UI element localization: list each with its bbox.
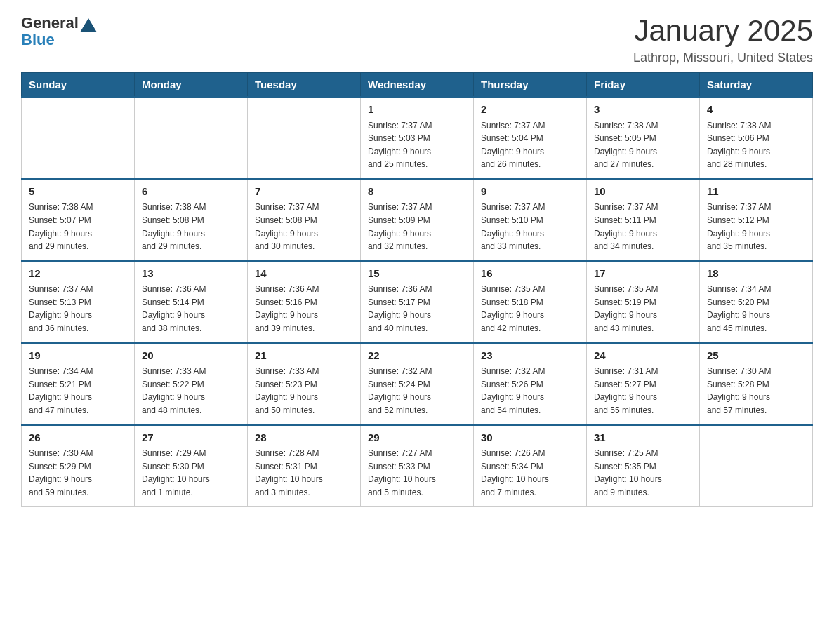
day-info: Sunrise: 7:26 AM Sunset: 5:34 PM Dayligh…: [481, 447, 579, 499]
day-number: 24: [594, 348, 692, 364]
day-number: 3: [594, 102, 692, 118]
day-number: 10: [594, 184, 692, 200]
day-number: 9: [481, 184, 579, 200]
day-info: Sunrise: 7:38 AM Sunset: 5:05 PM Dayligh…: [594, 119, 692, 171]
title-section: January 2025 Lathrop, Missouri, United S…: [633, 14, 813, 65]
calendar-cell: 7Sunrise: 7:37 AM Sunset: 5:08 PM Daylig…: [248, 179, 361, 261]
calendar-cell: [135, 97, 248, 179]
calendar-week-row: 19Sunrise: 7:34 AM Sunset: 5:21 PM Dayli…: [22, 343, 813, 425]
day-info: Sunrise: 7:30 AM Sunset: 5:29 PM Dayligh…: [29, 447, 127, 499]
calendar-cell: 11Sunrise: 7:37 AM Sunset: 5:12 PM Dayli…: [700, 179, 813, 261]
day-number: 7: [255, 184, 353, 200]
logo-blue: Blue: [21, 31, 97, 49]
calendar-cell: 21Sunrise: 7:33 AM Sunset: 5:23 PM Dayli…: [248, 343, 361, 425]
day-number: 15: [368, 266, 466, 282]
day-info: Sunrise: 7:27 AM Sunset: 5:33 PM Dayligh…: [368, 447, 466, 499]
day-header-friday: Friday: [587, 73, 700, 98]
day-number: 12: [29, 266, 127, 282]
calendar-cell: 28Sunrise: 7:28 AM Sunset: 5:31 PM Dayli…: [248, 425, 361, 507]
calendar-cell: 16Sunrise: 7:35 AM Sunset: 5:18 PM Dayli…: [474, 261, 587, 343]
calendar-cell: 20Sunrise: 7:33 AM Sunset: 5:22 PM Dayli…: [135, 343, 248, 425]
calendar-cell: 27Sunrise: 7:29 AM Sunset: 5:30 PM Dayli…: [135, 425, 248, 507]
day-info: Sunrise: 7:37 AM Sunset: 5:03 PM Dayligh…: [368, 119, 466, 171]
calendar-cell: 31Sunrise: 7:25 AM Sunset: 5:35 PM Dayli…: [587, 425, 700, 507]
calendar-table: SundayMondayTuesdayWednesdayThursdayFrid…: [21, 72, 813, 507]
day-number: 21: [255, 348, 353, 364]
day-number: 4: [707, 102, 805, 118]
calendar-week-row: 5Sunrise: 7:38 AM Sunset: 5:07 PM Daylig…: [22, 179, 813, 261]
day-info: Sunrise: 7:35 AM Sunset: 5:19 PM Dayligh…: [594, 283, 692, 335]
page-title: January 2025: [633, 14, 813, 48]
day-number: 22: [368, 348, 466, 364]
calendar-cell: [248, 97, 361, 179]
day-number: 11: [707, 184, 805, 200]
day-number: 26: [29, 430, 127, 446]
day-number: 23: [481, 348, 579, 364]
calendar-cell: 10Sunrise: 7:37 AM Sunset: 5:11 PM Dayli…: [587, 179, 700, 261]
day-number: 2: [481, 102, 579, 118]
day-info: Sunrise: 7:37 AM Sunset: 5:04 PM Dayligh…: [481, 119, 579, 171]
day-info: Sunrise: 7:30 AM Sunset: 5:28 PM Dayligh…: [707, 365, 805, 417]
calendar-cell: 26Sunrise: 7:30 AM Sunset: 5:29 PM Dayli…: [22, 425, 135, 507]
day-info: Sunrise: 7:33 AM Sunset: 5:22 PM Dayligh…: [142, 365, 240, 417]
calendar-cell: [22, 97, 135, 179]
day-number: 18: [707, 266, 805, 282]
calendar-cell: 13Sunrise: 7:36 AM Sunset: 5:14 PM Dayli…: [135, 261, 248, 343]
day-info: Sunrise: 7:38 AM Sunset: 5:07 PM Dayligh…: [29, 201, 127, 253]
calendar-cell: 1Sunrise: 7:37 AM Sunset: 5:03 PM Daylig…: [361, 97, 474, 179]
day-number: 25: [707, 348, 805, 364]
day-info: Sunrise: 7:37 AM Sunset: 5:10 PM Dayligh…: [481, 201, 579, 253]
day-header-saturday: Saturday: [700, 73, 813, 98]
day-info: Sunrise: 7:37 AM Sunset: 5:11 PM Dayligh…: [594, 201, 692, 253]
calendar-cell: 15Sunrise: 7:36 AM Sunset: 5:17 PM Dayli…: [361, 261, 474, 343]
day-info: Sunrise: 7:37 AM Sunset: 5:09 PM Dayligh…: [368, 201, 466, 253]
day-info: Sunrise: 7:38 AM Sunset: 5:06 PM Dayligh…: [707, 119, 805, 171]
day-info: Sunrise: 7:33 AM Sunset: 5:23 PM Dayligh…: [255, 365, 353, 417]
calendar-week-row: 26Sunrise: 7:30 AM Sunset: 5:29 PM Dayli…: [22, 425, 813, 507]
day-info: Sunrise: 7:28 AM Sunset: 5:31 PM Dayligh…: [255, 447, 353, 499]
day-info: Sunrise: 7:34 AM Sunset: 5:21 PM Dayligh…: [29, 365, 127, 417]
calendar-header-row: SundayMondayTuesdayWednesdayThursdayFrid…: [22, 73, 813, 98]
day-number: 13: [142, 266, 240, 282]
day-number: 20: [142, 348, 240, 364]
calendar-cell: 17Sunrise: 7:35 AM Sunset: 5:19 PM Dayli…: [587, 261, 700, 343]
day-header-thursday: Thursday: [474, 73, 587, 98]
calendar-cell: 22Sunrise: 7:32 AM Sunset: 5:24 PM Dayli…: [361, 343, 474, 425]
day-header-tuesday: Tuesday: [248, 73, 361, 98]
day-number: 16: [481, 266, 579, 282]
calendar-cell: 25Sunrise: 7:30 AM Sunset: 5:28 PM Dayli…: [700, 343, 813, 425]
day-number: 30: [481, 430, 579, 446]
day-header-sunday: Sunday: [22, 73, 135, 98]
day-header-wednesday: Wednesday: [361, 73, 474, 98]
logo-general: General: [21, 14, 79, 32]
day-number: 14: [255, 266, 353, 282]
calendar-cell: 4Sunrise: 7:38 AM Sunset: 5:06 PM Daylig…: [700, 97, 813, 179]
calendar-week-row: 12Sunrise: 7:37 AM Sunset: 5:13 PM Dayli…: [22, 261, 813, 343]
logo: General Blue: [21, 14, 97, 49]
day-number: 19: [29, 348, 127, 364]
day-info: Sunrise: 7:32 AM Sunset: 5:24 PM Dayligh…: [368, 365, 466, 417]
day-info: Sunrise: 7:38 AM Sunset: 5:08 PM Dayligh…: [142, 201, 240, 253]
day-number: 5: [29, 184, 127, 200]
day-info: Sunrise: 7:36 AM Sunset: 5:16 PM Dayligh…: [255, 283, 353, 335]
page-subtitle: Lathrop, Missouri, United States: [633, 51, 813, 65]
day-info: Sunrise: 7:35 AM Sunset: 5:18 PM Dayligh…: [481, 283, 579, 335]
day-info: Sunrise: 7:36 AM Sunset: 5:14 PM Dayligh…: [142, 283, 240, 335]
calendar-week-row: 1Sunrise: 7:37 AM Sunset: 5:03 PM Daylig…: [22, 97, 813, 179]
day-info: Sunrise: 7:36 AM Sunset: 5:17 PM Dayligh…: [368, 283, 466, 335]
calendar-cell: 8Sunrise: 7:37 AM Sunset: 5:09 PM Daylig…: [361, 179, 474, 261]
calendar-cell: 29Sunrise: 7:27 AM Sunset: 5:33 PM Dayli…: [361, 425, 474, 507]
day-number: 31: [594, 430, 692, 446]
day-info: Sunrise: 7:34 AM Sunset: 5:20 PM Dayligh…: [707, 283, 805, 335]
calendar-cell: 2Sunrise: 7:37 AM Sunset: 5:04 PM Daylig…: [474, 97, 587, 179]
day-number: 17: [594, 266, 692, 282]
calendar-cell: 24Sunrise: 7:31 AM Sunset: 5:27 PM Dayli…: [587, 343, 700, 425]
calendar-cell: 12Sunrise: 7:37 AM Sunset: 5:13 PM Dayli…: [22, 261, 135, 343]
day-info: Sunrise: 7:29 AM Sunset: 5:30 PM Dayligh…: [142, 447, 240, 499]
calendar-cell: [700, 425, 813, 507]
page-header: General Blue January 2025 Lathrop, Misso…: [21, 14, 813, 65]
calendar-cell: 18Sunrise: 7:34 AM Sunset: 5:20 PM Dayli…: [700, 261, 813, 343]
day-header-monday: Monday: [135, 73, 248, 98]
calendar-cell: 23Sunrise: 7:32 AM Sunset: 5:26 PM Dayli…: [474, 343, 587, 425]
day-info: Sunrise: 7:31 AM Sunset: 5:27 PM Dayligh…: [594, 365, 692, 417]
